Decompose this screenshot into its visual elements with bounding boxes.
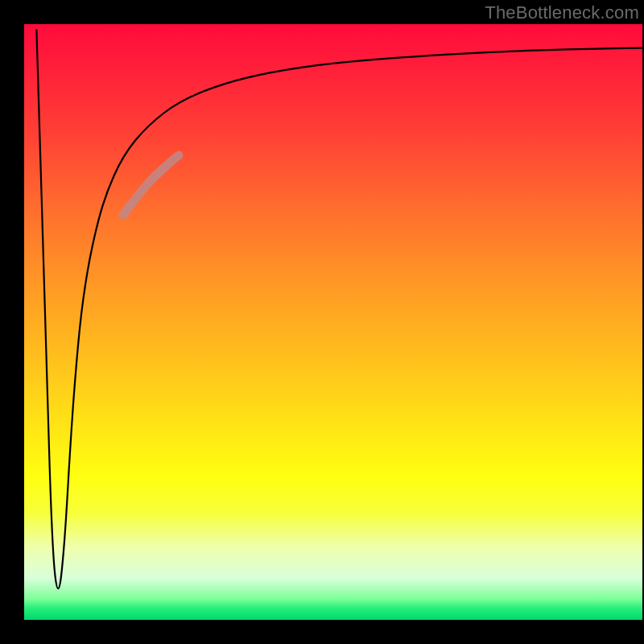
- watermark-label: TheBottleneck.com: [485, 2, 639, 23]
- curve-layer: [24, 24, 642, 620]
- chart-frame: TheBottleneck.com: [0, 0, 644, 644]
- bottleneck-curve: [36, 30, 642, 588]
- plot-area: [24, 24, 642, 620]
- highlight-segment: [123, 155, 179, 215]
